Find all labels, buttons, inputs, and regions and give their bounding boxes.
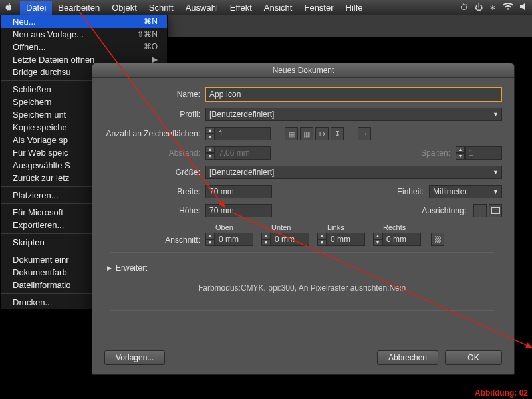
width-input[interactable]: [205, 185, 272, 198]
name-input[interactable]: [205, 87, 502, 102]
height-label: Höhe:: [102, 206, 205, 215]
size-label: Größe:: [102, 168, 205, 177]
orientation-landscape-icon[interactable]: [489, 204, 502, 217]
menu-item[interactable]: Neu aus Vorlage...⇧⌘N: [1, 28, 167, 41]
arrange-down-icon[interactable]: ↧: [331, 127, 344, 140]
spacing-stepper: ▲▼: [205, 146, 271, 160]
document-summary: Farbmodus:CMYK, ppi:300, An Pixelraster …: [102, 277, 502, 307]
triangle-right-icon: ▶: [107, 265, 112, 271]
orientation-portrait-icon[interactable]: [473, 204, 487, 217]
artboards-stepper[interactable]: ▲▼: [205, 127, 271, 140]
menu-item[interactable]: Neu...⌘N: [1, 15, 167, 28]
height-input[interactable]: [205, 204, 272, 217]
bleed-right-stepper[interactable]: ▲▼: [373, 233, 421, 246]
bluetooth-icon: ∗: [489, 3, 496, 12]
stopwatch-icon: ⏱: [460, 3, 468, 12]
bleed-bottom-stepper[interactable]: ▲▼: [261, 233, 309, 246]
menu-effekt[interactable]: Effekt: [224, 1, 258, 15]
chevron-down-icon: ▼: [493, 169, 499, 176]
templates-button[interactable]: Vorlagen...: [104, 350, 165, 365]
chevron-down-icon: ▼: [493, 111, 499, 118]
width-label: Breite:: [102, 187, 205, 196]
unit-label: Einheit:: [397, 187, 429, 196]
wifi-icon: [503, 3, 513, 13]
artboards-label: Anzahl an Zeichenflächen:: [102, 129, 205, 138]
unit-select[interactable]: Millimeter▼: [429, 185, 502, 198]
menu-item[interactable]: Öffnen...⌘O: [1, 41, 167, 53]
new-document-dialog: Neues Dokument Name: Profil: [Benutzerde…: [92, 63, 515, 375]
menu-auswahl[interactable]: Auswahl: [180, 1, 224, 15]
menu-objekt[interactable]: Objekt: [106, 1, 143, 15]
figure-caption: Abbildung: 02: [475, 388, 528, 398]
columns-stepper: ▲▼: [456, 146, 502, 160]
columns-label: Spalten:: [421, 148, 456, 158]
bleed-label: Anschnitt:: [102, 235, 205, 246]
size-select[interactable]: [Benutzerdefiniert]▼: [205, 166, 502, 179]
dialog-title: Neues Dokument: [92, 63, 514, 78]
menu-schrift[interactable]: Schrift: [143, 1, 180, 15]
arrange-right-icon[interactable]: ↦: [315, 127, 329, 140]
grid-by-row-icon[interactable]: ▦: [285, 127, 298, 140]
menu-ansicht[interactable]: Ansicht: [258, 1, 299, 15]
chevron-down-icon: ▼: [493, 188, 499, 195]
grid-by-col-icon[interactable]: ▥: [300, 127, 313, 140]
link-bleed-icon[interactable]: ⛓: [431, 233, 444, 246]
menu-bearbeiten[interactable]: Bearbeiten: [52, 1, 106, 15]
cancel-button[interactable]: Abbrechen: [377, 350, 438, 365]
app-toolbar: [168, 15, 532, 37]
bleed-left-stepper[interactable]: ▲▼: [317, 233, 365, 246]
name-label: Name:: [102, 90, 205, 99]
advanced-toggle[interactable]: ▶Erweitert: [102, 259, 502, 277]
ok-button[interactable]: OK: [445, 350, 502, 365]
menu-fenster[interactable]: Fenster: [298, 1, 339, 15]
menubar: Datei Bearbeiten Objekt Schrift Auswahl …: [0, 0, 532, 15]
menu-datei[interactable]: Datei: [20, 1, 52, 15]
profile-select[interactable]: [Benutzerdefiniert]▼: [205, 108, 502, 121]
menu-hilfe[interactable]: Hilfe: [340, 1, 369, 15]
bleed-top-stepper[interactable]: ▲▼: [205, 233, 253, 246]
orientation-label: Ausrichtung:: [422, 206, 471, 215]
apple-logo-icon: [4, 3, 13, 12]
spacing-label: Abstand:: [102, 148, 205, 158]
power-icon: ⏻: [475, 3, 483, 12]
profile-label: Profil:: [102, 110, 205, 119]
arrange-ltr-icon[interactable]: →: [358, 127, 371, 140]
volume-icon: [520, 3, 528, 13]
